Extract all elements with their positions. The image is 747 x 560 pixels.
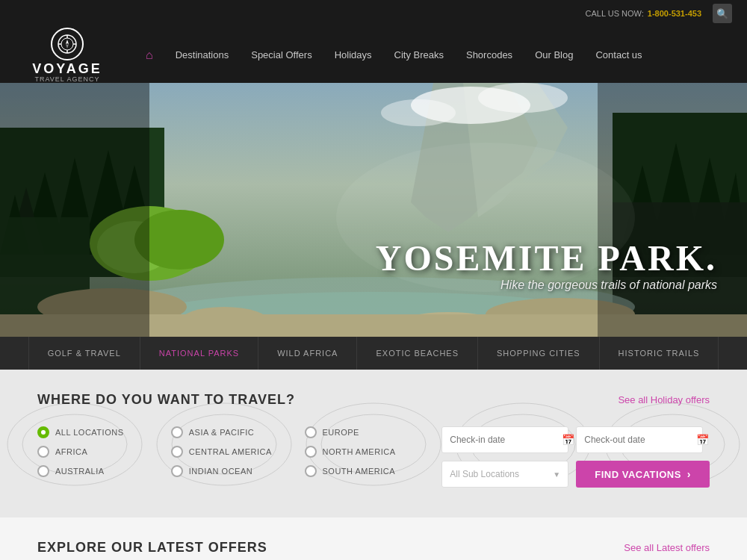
bottom-row: All Sub Locations ▼ FIND VACATIONS › [441,461,710,488]
radio-central-america[interactable]: CENTRAL AMERICA [171,446,294,458]
radio-circle-central [171,446,183,458]
find-vacations-label: FIND VACATIONS [595,469,681,480]
checkin-calendar-icon: 📅 [562,434,574,446]
radio-africa[interactable]: AFRICA [37,446,160,458]
hero-title: YOSEMITE PARK. [376,237,717,279]
radio-australia[interactable]: AUSTRALIA [37,465,160,477]
hero-subtitle: Hike the gorgeous trails of national par… [376,279,717,292]
see-all-holiday-link[interactable]: See all Holiday offers [618,394,710,405]
radio-indian-ocean[interactable]: INDIAN OCEAN [171,465,294,477]
category-bar: Golf & Travel National Parks Wild Africa… [0,337,747,370]
checkout-input[interactable] [584,435,696,445]
radio-label-indian: INDIAN OCEAN [189,467,252,476]
radio-label-north: NORTH AMERICA [323,447,396,456]
see-all-offers-link[interactable]: See all Latest offers [624,542,710,553]
hero-image [0,83,747,337]
checkin-input-wrapper: 📅 [441,426,568,453]
radio-south-america[interactable]: SOUTH AMERICA [305,465,427,477]
radio-circle-africa [37,446,49,458]
search-header: WHERE DO YOU WANT TO TRAVEL? See all Hol… [37,392,710,408]
radio-europe[interactable]: EUROPE [305,426,427,438]
nav-home[interactable]: ⌂ [134,49,164,62]
nav-item-shorcodes[interactable]: Shorcodes [455,27,524,83]
nav-item-destinations[interactable]: Destinations [164,27,241,83]
call-us-label: CALL US NOW: [586,9,644,18]
cat-shopping-cities[interactable]: Shopping Cities [478,337,600,370]
cat-wild-africa[interactable]: Wild Africa [258,337,357,370]
phone-number: 1-800-531-453 [648,9,701,18]
logo-tagline: Travel Agency [34,75,99,83]
radio-label-all: ALL LOCATIONS [55,428,123,437]
cat-exotic-beaches[interactable]: Exotic Beaches [357,337,478,370]
header: VOYAGE Travel Agency ⌂ Destinations Spec… [0,27,747,83]
radio-circle-all [37,426,49,438]
nav-item-special-offers[interactable]: Special Offers [240,27,323,83]
radio-label-central: CENTRAL AMERICA [189,447,272,456]
radio-label-europe: EUROPE [323,428,359,437]
radio-all-locations[interactable]: ALL LOCATIONS [37,426,160,438]
sub-location-select[interactable]: All Sub Locations [450,469,553,479]
radio-circle-asia [171,426,183,438]
svg-marker-7 [66,44,69,49]
offers-header: EXPLORE OUR LATEST OFFERS See all Latest… [37,540,710,556]
logo-icon [51,28,84,60]
radio-label-australia: AUSTRALIA [55,467,105,476]
compass-icon [57,34,78,55]
search-inputs: 📅 📅 All Sub Locations ▼ FIND VACATIONS › [441,426,710,488]
logo-name: VOYAGE [32,62,102,75]
search-form: ALL LOCATIONS ASIA & PACIFIC EUROPE AFRI… [37,426,710,488]
cat-national-parks[interactable]: National Parks [140,337,258,370]
radio-circle-australia [37,465,49,477]
radio-asia-pacific[interactable]: ASIA & PACIFIC [171,426,294,438]
date-row: 📅 📅 [441,426,710,453]
main-nav: ⌂ Destinations Special Offers Holidays C… [134,27,725,83]
radio-circle-south [305,465,317,477]
hero-banner: YOSEMITE PARK. Hike the gorgeous trails … [0,83,747,337]
search-section: WHERE DO YOU WANT TO TRAVEL? See all Hol… [0,370,747,517]
nav-item-holidays[interactable]: Holidays [323,27,383,83]
find-vacations-button[interactable]: FIND VACATIONS › [576,461,710,488]
search-title: WHERE DO YOU WANT TO TRAVEL? [37,392,295,408]
top-bar: CALL US NOW: 1-800-531-453 🔍 [0,0,747,27]
nav-item-city-breaks[interactable]: City Breaks [383,27,455,83]
radio-label-africa: AFRICA [55,447,87,456]
radio-label-asia: ASIA & PACIFIC [189,428,255,437]
svg-rect-39 [0,83,149,337]
cat-golf-travel[interactable]: Golf & Travel [28,337,140,370]
nav-item-contact-us[interactable]: Contact us [584,27,653,83]
svg-marker-6 [66,40,69,44]
radio-circle-indian [171,465,183,477]
find-arrow-icon: › [687,468,691,480]
select-arrow-icon: ▼ [553,470,560,479]
radio-circle-europe [305,426,317,438]
cat-historic-trails[interactable]: Historic Trails [600,337,719,370]
nav-item-our-blog[interactable]: Our Blog [524,27,584,83]
svg-point-12 [478,83,568,113]
radio-label-south: SOUTH AMERICA [323,467,396,476]
location-radio-group: ALL LOCATIONS ASIA & PACIFIC EUROPE AFRI… [37,426,427,477]
radio-circle-north [305,446,317,458]
sub-location-select-wrapper: All Sub Locations ▼ [441,461,568,488]
checkout-input-wrapper: 📅 [576,426,703,453]
svg-point-13 [381,99,456,126]
hero-text: YOSEMITE PARK. Hike the gorgeous trails … [376,237,717,292]
radio-north-america[interactable]: NORTH AMERICA [305,446,427,458]
hero-background: YOSEMITE PARK. Hike the gorgeous trails … [0,83,747,337]
offers-section: EXPLORE OUR LATEST OFFERS See all Latest… [0,517,747,560]
search-button[interactable]: 🔍 [713,4,732,23]
checkin-input[interactable] [450,435,562,445]
offers-title: EXPLORE OUR LATEST OFFERS [37,540,267,556]
logo: VOYAGE Travel Agency [22,28,112,83]
checkout-calendar-icon: 📅 [696,434,709,446]
